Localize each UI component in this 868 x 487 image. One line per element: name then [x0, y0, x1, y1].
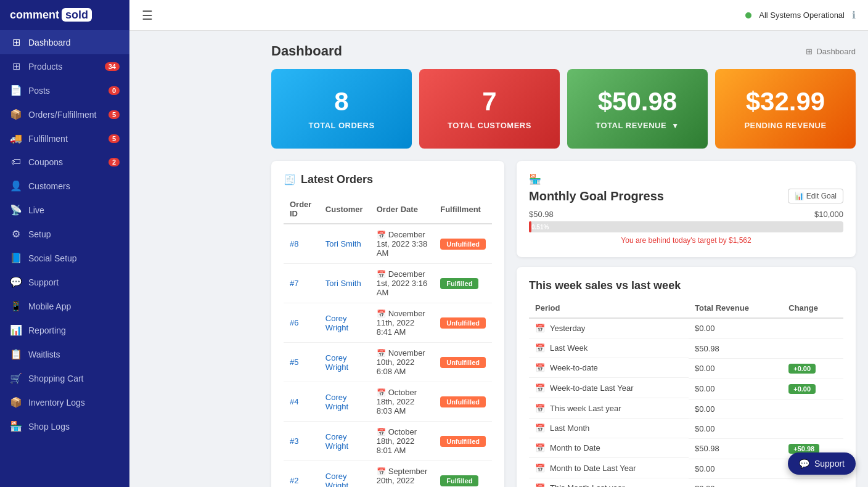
sidebar-icon-shopping-cart: 🛒 [10, 372, 22, 384]
calendar-icon: 📅 [535, 424, 545, 433]
sidebar-icon-fulfillment: 🚚 [10, 133, 22, 144]
sidebar-icon-reporting: 📊 [10, 324, 22, 336]
table-row: #5 Corey Wright 📅November 10th, 2022 6:0… [284, 343, 492, 382]
badge-posts: 0 [108, 86, 120, 95]
progress-bar-fill: 0.51% [529, 221, 531, 232]
customer-name[interactable]: Corey Wright [319, 343, 371, 382]
sidebar-label-customers: Customers [28, 181, 70, 191]
order-id[interactable]: #5 [284, 343, 319, 382]
edit-goal-label: Edit Goal [806, 192, 837, 200]
order-id[interactable]: #3 [284, 422, 319, 461]
customer-name[interactable]: Corey Wright [319, 422, 371, 461]
goal-current: $50.98 [529, 210, 554, 219]
sidebar-item-reporting[interactable]: 📊 Reporting [0, 318, 129, 342]
breadcrumb-label: Dashboard [816, 47, 856, 56]
sidebar: commentsold ⊞ Dashboard ⊞ Products 34📄 P… [0, 0, 129, 487]
latest-orders-panel: 🧾 Latest Orders Order IDCustomerOrder Da… [271, 161, 504, 487]
list-item: 📅This week Last year $0.00 [529, 399, 843, 419]
sidebar-item-customers[interactable]: 👤 Customers [0, 174, 129, 198]
stat-card-total-revenue[interactable]: $50.98 TOTAL REVENUE ▼ [567, 69, 708, 149]
sidebar-item-setup[interactable]: ⚙ Setup [0, 222, 129, 246]
change-value [782, 419, 843, 438]
sidebar-item-posts[interactable]: 📄 Posts 0 [0, 78, 129, 102]
order-date: 📅December 1st, 2022 3:38 AM [371, 224, 434, 264]
fulfillment-status: Unfulfilled [434, 224, 492, 264]
sidebar-label-dashboard: Dashboard [28, 38, 71, 47]
customer-name[interactable]: Tori Smith [319, 264, 371, 303]
hamburger-icon[interactable]: ☰ [142, 8, 153, 23]
table-row: #2 Corey Wright 📅September 20th, 2022 8:… [284, 461, 492, 487]
logo: commentsold [10, 9, 92, 22]
change-value [782, 338, 843, 358]
content-grid: 🧾 Latest Orders Order IDCustomerOrder Da… [271, 161, 856, 487]
sidebar-item-fulfillment[interactable]: 🚚 Fulfillment 5 [0, 126, 129, 150]
calendar-icon: 📅 [377, 231, 386, 239]
behind-text: You are behind today's target by $1,562 [529, 236, 843, 245]
revenue-value: $0.00 [689, 459, 782, 478]
customer-name[interactable]: Tori Smith [319, 224, 371, 264]
period-label: 📅This week Last year [529, 399, 689, 419]
sidebar-label-products: Products [28, 62, 62, 72]
sidebar-label-support: Support [28, 277, 59, 287]
calendar-icon: 📅 [377, 428, 386, 436]
weekly-col-change: Change [782, 298, 843, 318]
status-text: All Systems Operational [759, 10, 845, 20]
customer-name[interactable]: Corey Wright [319, 303, 371, 343]
list-item: 📅Week-to-date $0.00 +0.00 [529, 358, 843, 379]
sidebar-label-posts: Posts [28, 86, 50, 96]
sidebar-item-shop-logs[interactable]: 🏪 Shop Logs [0, 414, 129, 438]
breadcrumb: ⊞ Dashboard [806, 47, 856, 56]
stat-cards: 8 TOTAL ORDERS7 TOTAL CUSTOMERS$50.98 TO… [271, 69, 856, 149]
edit-goal-button[interactable]: 📊 Edit Goal [788, 189, 843, 203]
status-badge: Unfulfilled [440, 317, 486, 329]
sidebar-label-waitlists: Waitlists [28, 350, 60, 359]
order-id[interactable]: #7 [284, 264, 319, 303]
status-badge: Fulfilled [440, 475, 478, 486]
sidebar-item-waitlists[interactable]: 📋 Waitlists [0, 342, 129, 366]
goal-amounts: $50.98 $10,000 [529, 210, 843, 219]
period-label: 📅Week-to-date Last Year [529, 379, 689, 398]
revenue-value: $0.00 [689, 399, 782, 419]
orders-col-order-id: Order ID [284, 195, 319, 224]
sidebar-item-live[interactable]: 📡 Live [0, 198, 129, 222]
table-row: #3 Corey Wright 📅October 18th, 2022 8:01… [284, 422, 492, 461]
sidebar-label-social-setup: Social Setup [28, 253, 77, 263]
sidebar-item-social-setup[interactable]: 📘 Social Setup [0, 246, 129, 270]
sidebar-icon-waitlists: 📋 [10, 348, 22, 360]
calendar-icon: 📅 [535, 443, 545, 452]
weekly-title: This week sales vs last week [529, 279, 843, 292]
sidebar-label-setup: Setup [28, 229, 51, 239]
customer-name[interactable]: Corey Wright [319, 382, 371, 422]
support-button[interactable]: 💬 Support [788, 452, 856, 475]
status-indicator [745, 12, 751, 18]
sidebar-item-dashboard[interactable]: ⊞ Dashboard [0, 30, 129, 54]
sidebar-item-products[interactable]: ⊞ Products 34 [0, 54, 129, 78]
calendar-icon: 📅 [535, 343, 545, 353]
calendar-icon: 📅 [377, 467, 386, 476]
sidebar-item-support[interactable]: 💬 Support [0, 270, 129, 294]
sidebar-item-mobile-app[interactable]: 📱 Mobile App [0, 294, 129, 318]
period-label: 📅Last Month [529, 419, 689, 438]
fulfillment-status: Unfulfilled [434, 422, 492, 461]
stat-value-total-orders: 8 [284, 88, 399, 116]
calendar-icon: 📅 [535, 363, 545, 372]
sidebar-item-orders[interactable]: 📦 Orders/Fulfillment 5 [0, 102, 129, 126]
info-icon[interactable]: ℹ [852, 9, 856, 21]
order-id[interactable]: #2 [284, 461, 319, 487]
orders-col-fulfillment: Fulfillment [434, 195, 492, 224]
change-value: +0.00 [782, 379, 843, 399]
revenue-value: $50.98 [689, 338, 782, 358]
revenue-value: $0.00 [689, 478, 782, 487]
order-id[interactable]: #4 [284, 382, 319, 422]
sidebar-item-coupons[interactable]: 🏷 Coupons 2 [0, 150, 129, 174]
progress-bar: 0.51% [529, 221, 843, 232]
customer-name[interactable]: Corey Wright [319, 461, 371, 487]
order-id[interactable]: #8 [284, 224, 319, 264]
stat-label-pending-revenue: PENDING REVENUE [727, 121, 843, 130]
order-id[interactable]: #6 [284, 303, 319, 343]
sidebar-item-shopping-cart[interactable]: 🛒 Shopping Cart [0, 366, 129, 390]
revenue-value: $0.00 [689, 419, 782, 438]
sidebar-label-mobile-app: Mobile App [28, 301, 71, 311]
sidebar-item-inventory-logs[interactable]: 📦 Inventory Logs [0, 390, 129, 414]
sidebar-label-inventory-logs: Inventory Logs [28, 398, 85, 407]
